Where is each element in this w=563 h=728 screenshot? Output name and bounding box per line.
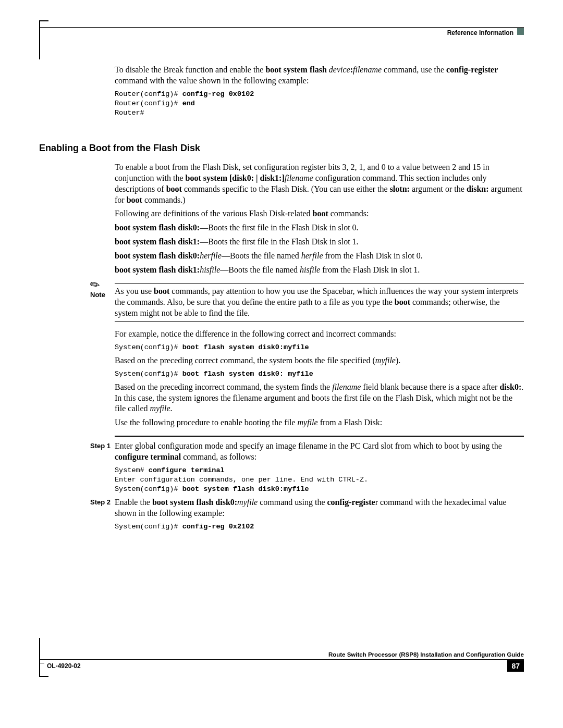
section-p1: To enable a boot from the Flash Disk, se… <box>115 162 524 205</box>
def-disk1-hisfile: boot system flash disk1:hisfile—Boots th… <box>115 265 524 276</box>
example-p3: Based on the preceding incorrect command… <box>115 382 524 414</box>
step-1-label: Step 1 <box>90 442 111 450</box>
steps-rule <box>115 436 524 437</box>
section-heading: Enabling a Boot from the Flash Disk <box>39 143 524 154</box>
corner-top-left <box>39 20 48 59</box>
footer-doc-number: OL-4920-02 <box>47 662 81 670</box>
code-incorrect: System(config)# boot flash system disk0:… <box>115 369 524 379</box>
def-disk0-herfile: boot system flash disk0:herfile—Boots th… <box>115 251 524 262</box>
note-rule-bottom <box>115 321 524 322</box>
note-text: As you use boot commands, pay attention … <box>115 286 524 318</box>
header-decorator-icon <box>517 28 524 35</box>
code-step2: System(config)# config-reg 0x2102 <box>115 522 524 532</box>
step-2-text: Enable the boot system flash disk0:myfil… <box>115 497 524 519</box>
step-2-label: Step 2 <box>90 498 111 506</box>
code-block-intro: Router(config)# config-reg 0x0102 Router… <box>115 90 524 118</box>
corner-bottom-left <box>39 638 48 677</box>
header-rule <box>39 27 524 28</box>
step-1-text: Enter global configuration mode and spec… <box>115 441 524 463</box>
step-1: Step 1 Enter global configuration mode a… <box>39 441 524 463</box>
footer-doc-title: Route Switch Processor (RSP8) Installati… <box>328 651 524 658</box>
page-content: Reference Information To disable the Bre… <box>39 20 524 677</box>
body-content: To disable the Break function and enable… <box>39 65 524 535</box>
note-label: Note <box>90 291 105 299</box>
footer-tick <box>39 663 44 664</box>
footer-rule <box>39 659 524 660</box>
def-disk1: boot system flash disk1:—Boots the first… <box>115 237 524 248</box>
header-section-label: Reference Information <box>447 29 513 36</box>
note-rule-top <box>115 283 524 284</box>
code-correct: System(config)# boot flash system disk0:… <box>115 343 524 352</box>
example-p2: Based on the preceding correct command, … <box>115 355 524 366</box>
note-block: ✎ Note As you use boot commands, pay att… <box>39 283 524 321</box>
intro-paragraph: To disable the Break function and enable… <box>115 65 524 87</box>
page-number: 87 <box>507 660 524 672</box>
step-2: Step 2 Enable the boot system flash disk… <box>39 497 524 519</box>
example-intro: For example, notice the difference in th… <box>115 329 524 340</box>
example-p4: Use the following procedure to enable bo… <box>115 417 524 428</box>
def-disk0: boot system flash disk0:—Boots the first… <box>115 223 524 233</box>
code-step1: System# configure terminal Enter configu… <box>115 466 524 495</box>
section-p2: Following are definitions of the various… <box>115 208 524 219</box>
